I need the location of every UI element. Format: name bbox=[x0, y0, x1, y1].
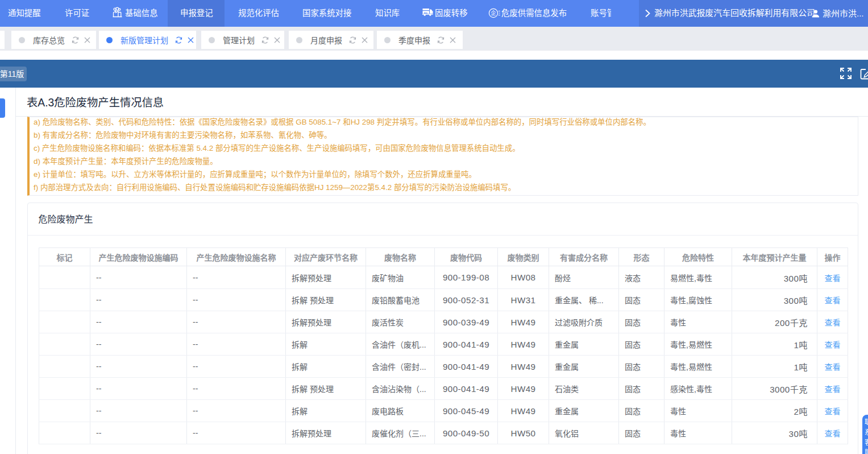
svg-text:企: 企 bbox=[491, 10, 496, 16]
